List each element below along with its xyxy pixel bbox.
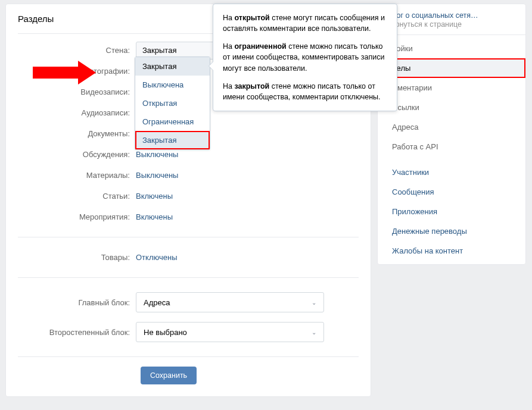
- label-main-block: Главный блок:: [18, 298, 136, 307]
- label-goods: Товары:: [18, 253, 136, 262]
- label-audio: Аудиозаписи:: [18, 108, 136, 117]
- label-docs: Документы:: [18, 129, 136, 138]
- secondary-block-select[interactable]: Не выбрано ⌄: [136, 322, 324, 342]
- row-materials: Материалы: Выключены: [18, 165, 359, 186]
- sidebar-header: Блог о социальных сетя… вернуться к стра…: [378, 4, 525, 35]
- nav-item-apps[interactable]: Приложения: [378, 202, 525, 221]
- nav-item-addresses[interactable]: Адреса: [378, 117, 525, 137]
- arrow-annotation: [33, 61, 96, 84]
- row-events: Мероприятия: Включены: [18, 206, 359, 227]
- label-secondary-block: Второстепенный блок:: [18, 328, 136, 337]
- dropdown-option[interactable]: Ограниченная: [135, 112, 210, 131]
- dropdown-option[interactable]: Открытая: [135, 94, 210, 112]
- save-button[interactable]: Сохранить: [141, 367, 197, 384]
- nav-item-transfers[interactable]: Денежные переводы: [378, 221, 525, 241]
- value-discussions[interactable]: Выключены: [136, 150, 178, 159]
- blog-link[interactable]: Блог о социальных сетя…: [387, 11, 516, 20]
- dropdown-option[interactable]: Выключена: [135, 76, 210, 94]
- main-block-value: Адреса: [144, 298, 170, 307]
- chevron-down-icon: ⌄: [312, 329, 316, 336]
- secondary-block-value: Не выбрано: [144, 328, 187, 337]
- divider: [18, 356, 359, 357]
- back-link[interactable]: вернуться к странице: [387, 20, 462, 29]
- nav-item-comments[interactable]: мментарии: [378, 78, 525, 98]
- value-goods[interactable]: Отключены: [136, 253, 177, 262]
- nav-item-sections[interactable]: делы: [378, 58, 525, 78]
- label-articles: Статьи:: [18, 192, 136, 201]
- row-goods: Товары: Отключены: [18, 247, 359, 268]
- label-materials: Материалы:: [18, 171, 136, 180]
- row-articles: Статьи: Включены: [18, 186, 359, 206]
- row-main-block: Главный блок: Адреса ⌄: [18, 287, 359, 317]
- value-events[interactable]: Включены: [136, 212, 173, 221]
- wall-tooltip: На открытой стене могут писать сообщения…: [213, 4, 397, 111]
- value-articles[interactable]: Включены: [136, 192, 173, 201]
- nav-item-complaints[interactable]: Жалобы на контент: [378, 241, 525, 261]
- nav-item-links[interactable]: Ссылки: [378, 98, 525, 117]
- value-materials[interactable]: Выключены: [136, 171, 178, 180]
- sidebar-nav: ройки делы мментарии Ссылки Адреса Работ…: [378, 35, 525, 264]
- row-secondary-block: Второстепенный блок: Не выбрано ⌄: [18, 317, 359, 347]
- divider: [18, 277, 359, 278]
- main-block-select[interactable]: Адреса ⌄: [136, 292, 324, 312]
- label-videos: Видеозаписи:: [18, 87, 136, 96]
- label-events: Мероприятия:: [18, 212, 136, 221]
- sidebar: Блог о социальных сетя… вернуться к стра…: [377, 4, 526, 265]
- wall-dropdown-menu: Закрытая Выключена Открытая Ограниченная…: [135, 57, 210, 150]
- dropdown-option-selected[interactable]: Закрытая: [135, 57, 210, 76]
- nav-item-messages[interactable]: Сообщения: [378, 182, 525, 202]
- divider: [18, 237, 359, 237]
- dropdown-option-highlighted[interactable]: Закрытая: [135, 131, 210, 149]
- chevron-down-icon: ⌄: [312, 299, 316, 306]
- nav-item-settings[interactable]: ройки: [378, 39, 525, 58]
- label-wall: Стена:: [18, 46, 136, 55]
- nav-item-members[interactable]: Участники: [378, 162, 525, 182]
- nav-item-api[interactable]: Работа с API: [378, 137, 525, 157]
- label-discussions: Обсуждения:: [18, 150, 136, 159]
